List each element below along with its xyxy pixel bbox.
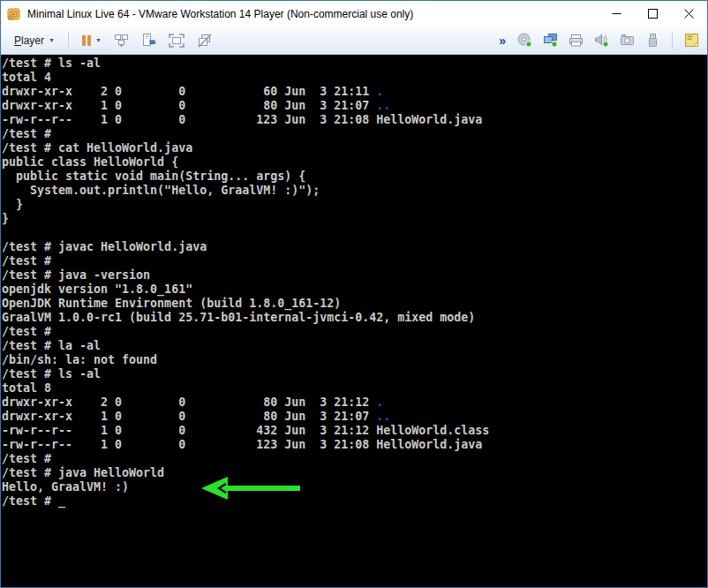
terminal-line: /test #: [2, 325, 707, 339]
close-button[interactable]: [671, 1, 707, 26]
terminal-line: /bin/sh: la: not found: [2, 353, 707, 367]
overflow-chevron-icon[interactable]: »: [495, 34, 509, 48]
fullscreen-icon: [169, 34, 185, 48]
terminal-line: /test # ls -al: [2, 57, 707, 71]
terminal-line: GraalVM 1.0.0-rc1 (build 25.71-b01-inter…: [2, 311, 707, 325]
usb-device-button[interactable]: [643, 30, 663, 50]
terminal-line: total 4: [2, 71, 707, 85]
chevron-down-icon: ▼: [95, 37, 102, 43]
terminal-line: -rw-r--r-- 1 0 0 432 Jun 3 21:12 HelloWo…: [2, 424, 707, 438]
terminal-line: /test # cat HelloWorld.java: [2, 141, 707, 155]
terminal-line: drwxr-xr-x 2 0 0 80 Jun 3 21:12 .: [2, 396, 707, 410]
terminal-line: -rw-r--r-- 1 0 0 123 Jun 3 21:08 HelloWo…: [2, 113, 707, 127]
terminal-output: /test # ls -altotal 4drwxr-xr-x 2 0 0 60…: [2, 57, 707, 509]
vmware-player-icon: [7, 7, 21, 21]
toolbar-separator: [672, 32, 673, 49]
fullscreen-button[interactable]: [164, 31, 189, 50]
printer-button[interactable]: [566, 30, 586, 50]
titlebar[interactable]: Minimal Linux Live 64 - VMware Workstati…: [1, 1, 707, 26]
terminal-line: -rw-r--r-- 1 0 0 123 Jun 3 21:08 HelloWo…: [2, 438, 707, 452]
terminal-line: openjdk version "1.8.0_161": [2, 283, 707, 297]
window-controls: [599, 1, 707, 26]
terminal-line: /test # javac HelloWorld.java: [2, 240, 707, 254]
suspend-button[interactable]: ▼: [76, 32, 106, 49]
ctrl-alt-del-icon: [114, 33, 129, 48]
terminal-line: OpenJDK Runtime Environment (build 1.8.0…: [2, 297, 707, 311]
grab-input-icon: [141, 33, 156, 48]
terminal-line: /test # java -version: [2, 268, 707, 283]
player-menu-button[interactable]: Player ▼: [8, 31, 61, 50]
maximize-button[interactable]: [635, 1, 671, 26]
terminal-line: [2, 226, 707, 240]
terminal-line: /test # java HelloWorld: [2, 466, 707, 480]
terminal-line: System.out.println("Hello, GraalVM! :)")…: [2, 184, 707, 198]
terminal-line: public class HelloWorld {: [2, 155, 707, 170]
usb-device-icon: [645, 33, 660, 48]
cd-drive-button[interactable]: [515, 30, 535, 50]
sound-icon: [594, 33, 609, 48]
terminal-line: }: [2, 198, 707, 212]
camera-icon: [620, 33, 635, 48]
chevron-down-icon: ▼: [49, 37, 55, 43]
thumbnail-bar-icon: [684, 33, 699, 48]
grab-input-button[interactable]: [137, 30, 161, 50]
terminal-line: public static void main(String... args) …: [2, 170, 707, 184]
terminal-line: /test # ls -al: [2, 367, 707, 381]
terminal-line: /test #: [2, 452, 707, 466]
vmware-player-window: Minimal Linux Live 64 - VMware Workstati…: [0, 0, 708, 588]
terminal-line: drwxr-xr-x 2 0 0 60 Jun 3 21:11 .: [2, 85, 707, 99]
terminal-line: drwxr-xr-x 1 0 0 80 Jun 3 21:07 ..: [2, 99, 707, 113]
terminal-line: /test # _: [2, 494, 707, 509]
annotation-arrow-icon: [200, 475, 304, 501]
window-title: Minimal Linux Live 64 - VMware Workstati…: [27, 8, 599, 20]
player-menu-label: Player: [14, 34, 44, 47]
network-adapter-icon: [543, 33, 558, 48]
printer-icon: [569, 33, 584, 48]
terminal-line: Hello, GraalVM! :): [2, 480, 707, 494]
sound-button[interactable]: [591, 30, 612, 50]
terminal-screen[interactable]: /test # ls -altotal 4drwxr-xr-x 2 0 0 60…: [1, 55, 707, 587]
unity-mode-icon: [197, 33, 212, 48]
toolbar: Player ▼ ▼: [1, 26, 707, 55]
thumbnail-bar-button[interactable]: [682, 30, 702, 50]
network-adapter-button[interactable]: [540, 30, 561, 50]
cd-drive-icon: [517, 33, 532, 48]
camera-button[interactable]: [617, 30, 637, 50]
terminal-line: /test #: [2, 127, 707, 141]
device-status-bar: »: [495, 30, 702, 50]
terminal-line: /test #: [2, 254, 707, 268]
toolbar-separator: [68, 32, 69, 49]
terminal-line: }: [2, 212, 707, 226]
unity-mode-button[interactable]: [192, 30, 216, 50]
terminal-line: total 8: [2, 381, 707, 396]
minimize-button[interactable]: [599, 1, 635, 26]
pause-icon: [80, 34, 93, 47]
ctrl-alt-del-button[interactable]: [109, 30, 133, 50]
terminal-line: /test # la -al: [2, 339, 707, 353]
terminal-line: drwxr-xr-x 1 0 0 80 Jun 3 21:07 ..: [2, 410, 707, 424]
